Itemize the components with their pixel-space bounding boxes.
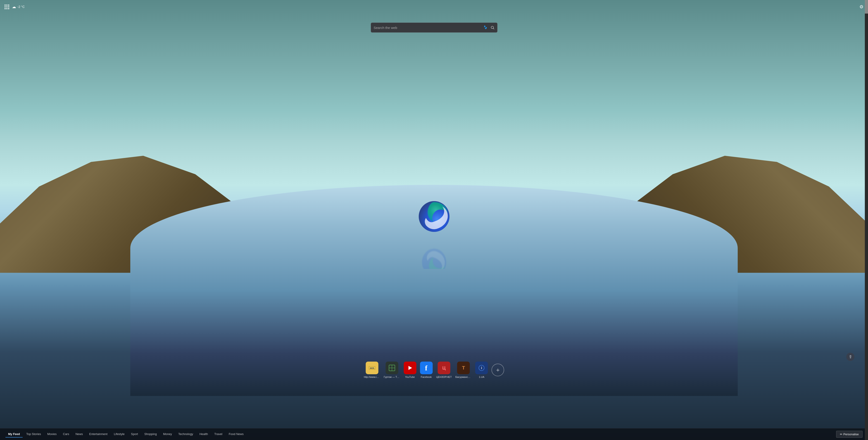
- logo-reflection: [418, 246, 450, 269]
- nav-item-shopping[interactable]: Shopping: [142, 431, 159, 438]
- quick-link-label-censor: ЦЕНЗОР.НЕТ: [436, 376, 452, 378]
- nav-item-money[interactable]: Money: [160, 431, 175, 438]
- add-quicklink-button[interactable]: +: [492, 364, 504, 376]
- search-bar: [371, 23, 497, 33]
- quick-link-toppe[interactable]: Гуртом — Топпе...: [384, 362, 400, 378]
- search-button[interactable]: [491, 26, 495, 30]
- quick-links: IMDbhttp://www.imd...Гуртом — Топпе...Yo…: [364, 362, 504, 378]
- bottom-nav: My FeedTop StoriesMoviesCarsNewsEntertai…: [0, 428, 868, 440]
- quick-link-bas[interactable]: ТБасурманське к...: [455, 362, 472, 378]
- quick-link-label-bas: Басурманське к...: [455, 376, 472, 378]
- top-bar: ☁ -2 °C ⚙: [0, 0, 868, 13]
- quick-link-facebook[interactable]: fFacebook: [420, 362, 433, 378]
- personalise-button[interactable]: ✏ Personalise: [836, 431, 863, 438]
- nav-items: My FeedTop StoriesMoviesCarsNewsEntertai…: [5, 431, 836, 438]
- svg-point-0: [491, 26, 494, 29]
- nav-item-sport[interactable]: Sport: [128, 431, 141, 438]
- scroll-up-button[interactable]: ⇧: [846, 353, 855, 361]
- nav-item-cars[interactable]: Cars: [60, 431, 72, 438]
- top-bar-left: ☁ -2 °C: [4, 4, 25, 9]
- quick-link-icon-lua: i: [475, 362, 488, 374]
- temperature: -2 °C: [18, 5, 25, 9]
- search-icons: [483, 25, 495, 30]
- quick-link-label-toppe: Гуртом — Топпе...: [384, 376, 400, 378]
- weather-widget: ☁ -2 °C: [12, 4, 25, 9]
- search-input[interactable]: [374, 26, 483, 30]
- quick-link-label-facebook: Facebook: [421, 376, 432, 378]
- svg-point-3: [419, 201, 450, 232]
- svg-text:IMDb: IMDb: [370, 367, 374, 369]
- bing-icon[interactable]: [483, 25, 488, 30]
- nav-item-entertainment[interactable]: Entertainment: [86, 431, 110, 438]
- scrollbar[interactable]: [865, 0, 868, 440]
- quick-link-icon-toppe: [385, 362, 398, 374]
- quick-link-icon-bas: Т: [457, 362, 470, 374]
- nav-item-travel[interactable]: Travel: [212, 431, 225, 438]
- edge-logo: [416, 198, 452, 235]
- search-container: [371, 23, 497, 33]
- settings-button[interactable]: ⚙: [859, 4, 864, 9]
- apps-grid-icon[interactable]: [4, 4, 9, 9]
- nav-item-food-news[interactable]: Food News: [226, 431, 246, 438]
- quick-link-icon-facebook: f: [420, 362, 433, 374]
- quick-link-imd[interactable]: IMDbhttp://www.imd...: [364, 362, 380, 378]
- scrollbar-thumb[interactable]: [865, 0, 868, 13]
- quick-link-label-imd: http://www.imd...: [364, 376, 380, 378]
- nav-item-top-stories[interactable]: Top Stories: [24, 431, 44, 438]
- quick-link-icon-imd: IMDb: [366, 362, 378, 374]
- quick-link-icon-youtube: [404, 362, 416, 374]
- quick-link-youtube[interactable]: YouTube: [404, 362, 416, 378]
- cloud-icon: ☁: [12, 4, 16, 9]
- quick-link-icon-censor: Ц: [438, 362, 451, 374]
- quick-link-censor[interactable]: ЦЦЕНЗОР.НЕТ: [436, 362, 452, 378]
- nav-item-news[interactable]: News: [73, 431, 86, 438]
- nav-item-movies[interactable]: Movies: [44, 431, 59, 438]
- nav-item-my-feed[interactable]: My Feed: [5, 431, 23, 438]
- quick-link-lua[interactable]: i1.UA: [475, 362, 488, 378]
- svg-line-1: [493, 28, 494, 29]
- nav-item-health[interactable]: Health: [197, 431, 211, 438]
- nav-item-lifestyle[interactable]: Lifestyle: [111, 431, 127, 438]
- nav-item-technology[interactable]: Technology: [176, 431, 196, 438]
- svg-text:i: i: [481, 366, 482, 370]
- quick-link-label-lua: 1.UA: [479, 376, 484, 378]
- quick-link-label-youtube: YouTube: [405, 376, 415, 378]
